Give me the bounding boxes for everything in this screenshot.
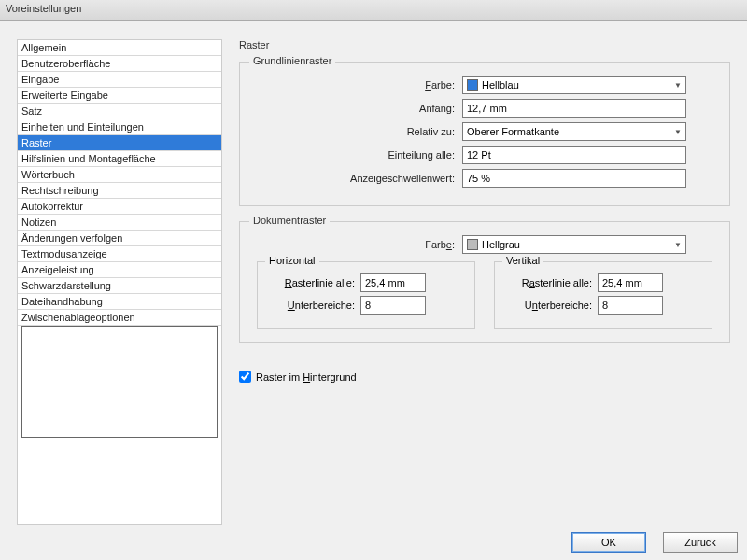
sidebar-item[interactable]: Satz [18, 104, 221, 119]
document-grid-group: Dokumentraster Farbe: Hellgrau ▼ Horizon… [239, 221, 730, 343]
sidebar-item[interactable]: Benutzeroberfläche [18, 56, 221, 72]
horizontal-title: Horizontal [265, 255, 319, 266]
sidebar-item[interactable]: Autokorrektur [18, 199, 221, 215]
titlebar: Voreinstellungen [0, 0, 747, 21]
sidebar-preview-box [21, 326, 218, 438]
division-label: Einteilung alle: [257, 149, 462, 161]
ok-button[interactable]: OK [571, 532, 646, 553]
back-button[interactable]: Zurück [663, 532, 738, 553]
relative-value: Oberer Formatkante [467, 126, 559, 137]
h-gridline-label: Rasterlinie alle: [267, 277, 360, 288]
chevron-down-icon: ▼ [674, 241, 682, 249]
v-sub-label: Unterbereiche: [504, 300, 598, 311]
sidebar-item[interactable]: Einheiten und Einteilungen [18, 119, 221, 135]
color-swatch-icon [467, 79, 478, 91]
v-gridline-label: Rasterlinie alle: [504, 277, 598, 288]
vertical-subgroup: Vertikal Rasterlinie alle: Unterbereiche… [494, 261, 712, 329]
sidebar-item[interactable]: Raster [18, 135, 221, 151]
sidebar-item[interactable]: Zwischenablageoptionen [18, 310, 221, 326]
h-gridline-input[interactable] [360, 273, 426, 292]
background-checkbox-row: Raster im Hintergrund [239, 371, 730, 383]
relative-label: Relativ zu: [257, 126, 462, 137]
background-checkbox[interactable] [239, 371, 251, 383]
sidebar-item[interactable]: Erweiterte Eingabe [18, 88, 221, 104]
sidebar-item[interactable]: Rechtschreibung [18, 183, 221, 199]
category-sidebar: AllgemeinBenutzeroberflächeEingabeErweit… [17, 39, 222, 525]
sidebar-item[interactable]: Eingabe [18, 72, 221, 88]
color-label: Farbe: [257, 79, 462, 91]
background-label[interactable]: Raster im Hintergrund [256, 371, 357, 383]
sidebar-item[interactable]: Hilfslinien und Montagefläche [18, 151, 221, 167]
sidebar-item[interactable]: Wörterbuch [18, 167, 221, 183]
main-panel: Raster Grundlinienraster Farbe: Hellblau… [232, 39, 738, 525]
sidebar-item[interactable]: Notizen [18, 215, 221, 231]
sidebar-item[interactable]: Anzeigeleistung [18, 262, 221, 278]
sidebar-item[interactable]: Textmodusanzeige [18, 246, 221, 262]
doc-color-label: Farbe: [257, 239, 462, 250]
sidebar-item[interactable]: Dateihandhabung [18, 294, 221, 310]
docgrid-color-dropdown[interactable]: Hellgrau ▼ [462, 235, 686, 254]
v-gridline-input[interactable] [598, 273, 663, 292]
h-sub-label: Unterbereiche: [267, 300, 360, 311]
baseline-grid-title: Grundlinienraster [249, 55, 335, 66]
vertical-title: Vertikal [502, 255, 543, 266]
threshold-label: Anzeigeschwellenwert: [257, 173, 462, 184]
category-list: AllgemeinBenutzeroberflächeEingabeErweit… [18, 40, 221, 326]
color-swatch-icon [467, 239, 478, 250]
window-title: Voreinstellungen [6, 3, 81, 14]
sidebar-item[interactable]: Änderungen verfolgen [18, 231, 221, 246]
baseline-grid-group: Grundlinienraster Farbe: Hellblau ▼ Anfa… [239, 62, 730, 206]
division-input[interactable] [462, 146, 686, 164]
baseline-color-dropdown[interactable]: Hellblau ▼ [462, 76, 686, 94]
threshold-input[interactable] [462, 169, 686, 188]
chevron-down-icon: ▼ [674, 81, 682, 90]
document-grid-title: Dokumentraster [249, 215, 330, 226]
dialog-content: AllgemeinBenutzeroberflächeEingabeErweit… [0, 21, 747, 525]
start-input[interactable] [462, 99, 686, 118]
v-sub-input[interactable] [598, 296, 663, 315]
dialog-buttons: OK Zurück [571, 532, 738, 553]
baseline-color-value: Hellblau [482, 79, 519, 91]
start-label: Anfang: [257, 103, 462, 114]
chevron-down-icon: ▼ [674, 128, 682, 136]
docgrid-color-value: Hellgrau [482, 239, 520, 250]
relative-to-dropdown[interactable]: Oberer Formatkante ▼ [462, 122, 686, 141]
sidebar-item[interactable]: Schwarzdarstellung [18, 278, 221, 294]
h-sub-input[interactable] [360, 296, 426, 315]
sidebar-item[interactable]: Allgemein [18, 40, 221, 56]
page-title: Raster [239, 39, 730, 50]
horizontal-subgroup: Horizontal Rasterlinie alle: Unterbereic… [257, 261, 475, 329]
